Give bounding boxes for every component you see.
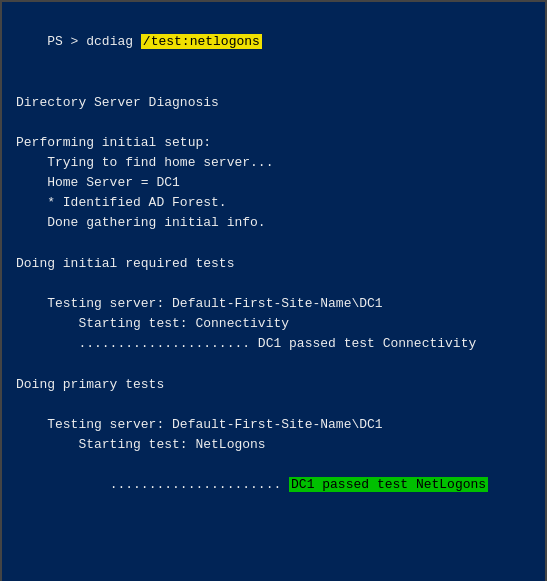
starting-netlogons: Starting test: NetLogons [16,435,531,455]
doing-initial-tests: Doing initial required tests [16,254,531,274]
performing-initial-setup: Performing initial setup: [16,133,531,153]
testing-server-1: Testing server: Default-First-Site-Name\… [16,294,531,314]
done-gathering-line: Done gathering initial info. [16,213,531,233]
blank-9 [16,556,531,576]
testing-server-2: Testing server: Default-First-Site-Name\… [16,415,531,435]
blank-1 [16,72,531,92]
netlogons-result: ...................... DC1 passed test N… [16,455,531,515]
identified-ad-forest: * Identified AD Forest. [16,193,531,213]
blank-4 [16,274,531,294]
blank-5 [16,354,531,374]
blank-7 [16,516,531,536]
doing-primary-tests: Doing primary tests [16,375,531,395]
blank-8 [16,536,531,556]
home-server-line: Home Server = DC1 [16,173,531,193]
blank-6 [16,395,531,415]
blank-2 [16,113,531,133]
trying-line: Trying to find home server... [16,153,531,173]
connectivity-result: ...................... DC1 passed test C… [16,334,531,354]
netlogons-dots: ...................... [47,477,289,492]
terminal-window: PS > dcdiag /test:netlogons Directory Se… [0,0,547,581]
directory-server-title: Directory Server Diagnosis [16,93,531,113]
netlogons-passed: DC1 passed test NetLogons [289,477,488,492]
command-line: PS > dcdiag /test:netlogons [16,12,531,72]
blank-10 [16,576,531,581]
starting-connectivity: Starting test: Connectivity [16,314,531,334]
command-highlight: /test:netlogons [141,34,262,49]
prompt-prefix: PS > dcdiag [47,34,141,49]
blank-3 [16,234,531,254]
